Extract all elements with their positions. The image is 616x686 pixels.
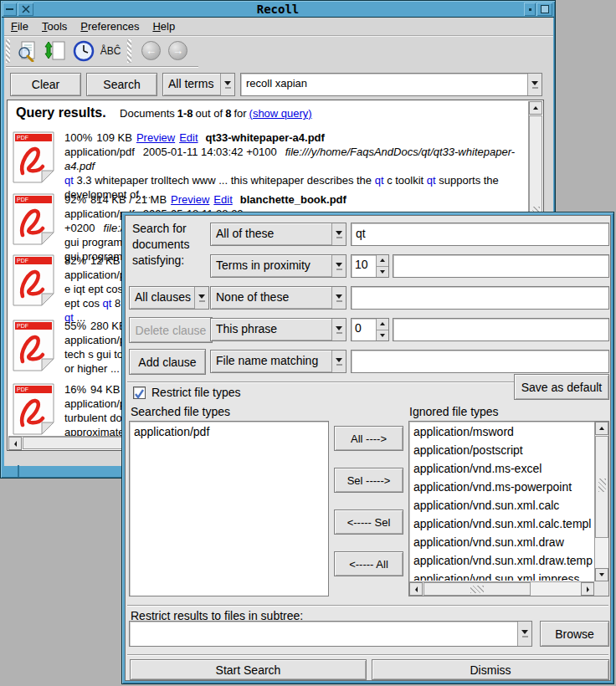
titlebar[interactable]: Recoll (2, 2, 554, 18)
menu-item-help[interactable]: Help (152, 20, 175, 33)
search-mode-combo[interactable]: All terms (162, 73, 235, 96)
history-button[interactable] (71, 38, 96, 64)
add-clause-button[interactable]: Add clause (129, 349, 206, 375)
ignored-filetypes-list[interactable]: application/mswordapplication/postscript… (408, 421, 609, 596)
search-button[interactable]: Search (86, 73, 157, 96)
preview-link[interactable]: Preview (171, 193, 209, 206)
results-count-prefix: Documents (120, 107, 175, 120)
clause-type-combo[interactable]: This phrase (210, 318, 346, 341)
forward-button[interactable]: → (168, 41, 187, 60)
filetype-item[interactable]: application/postscript (410, 441, 593, 459)
filetype-item[interactable]: application/vnd.sun.xml.draw.temp (410, 551, 593, 570)
shade-button[interactable] (524, 3, 536, 16)
filetype-item[interactable]: application/pdf (131, 422, 327, 441)
ignored-items: application/mswordapplication/postscript… (410, 422, 593, 581)
preview-link[interactable]: Preview (136, 131, 175, 144)
show-query-link[interactable]: (show query) (249, 107, 312, 120)
filetype-item[interactable]: application/vnd.ms-powerpoint (410, 478, 593, 496)
spin-up-button[interactable] (377, 255, 388, 267)
advanced-search-dialog: Search for documents satisfying: All cla… (121, 212, 614, 684)
chevron-down-icon (331, 319, 346, 340)
show-preview-button[interactable] (14, 38, 39, 64)
close-button[interactable] (18, 3, 33, 16)
clause-value-input[interactable] (393, 318, 609, 341)
term-explorer-button[interactable]: ÅBĈ (98, 38, 123, 64)
menu-item-tools[interactable]: Tools (42, 20, 67, 33)
spinbox-value: 10 (352, 255, 376, 277)
scroll-left-button[interactable] (409, 582, 423, 596)
svg-text:PDF: PDF (17, 258, 28, 264)
scrollbar-thumb[interactable] (595, 436, 608, 538)
clause-value-input[interactable] (351, 286, 609, 310)
result-relevance: 55% (64, 320, 86, 332)
browse-button[interactable]: Browse (540, 621, 609, 647)
scroll-left-button[interactable] (8, 437, 22, 450)
filetype-item[interactable]: application/msword (410, 422, 593, 441)
back-icon: ← (146, 44, 157, 57)
toolbar-handle[interactable] (127, 39, 131, 63)
sort-document-icon (44, 40, 66, 62)
filetype-item[interactable]: application/vnd.sun.xml.calc.templ (410, 514, 593, 533)
filetype-item[interactable]: application/vnd.sun.xml.calc (410, 496, 593, 514)
move-selected-right-button[interactable]: Sel -----> (334, 468, 403, 493)
result-relevance: 92% (64, 193, 86, 206)
move-selected-left-button[interactable]: <----- Sel (334, 509, 403, 535)
clause-type-combo[interactable]: File name matching (210, 350, 346, 373)
spin-up-button[interactable] (377, 319, 388, 330)
save-as-default-button[interactable]: Save as default (514, 374, 609, 400)
scrollbar-thumb[interactable] (424, 582, 531, 596)
spin-down-button[interactable] (377, 330, 388, 341)
clause-value-input[interactable]: qt (351, 223, 609, 246)
result-relevance: 100% (64, 131, 92, 144)
restrict-filetypes-checkbox[interactable] (133, 387, 146, 399)
clause-type-combo[interactable]: Terms in proximity (210, 254, 346, 278)
edit-link[interactable]: Edit (179, 131, 198, 144)
menu-item-file[interactable]: File (11, 20, 28, 33)
ignored-horizontal-scrollbar[interactable] (409, 581, 594, 596)
divider (127, 654, 608, 656)
filetype-item[interactable]: application/vnd.ms-excel (410, 459, 593, 478)
snippet-segment: qt (427, 174, 436, 187)
ignored-vertical-scrollbar[interactable] (594, 422, 608, 581)
clause-type-combo[interactable]: None of these (210, 286, 346, 310)
spin-down-button[interactable] (377, 267, 388, 278)
move-all-left-button[interactable]: <----- All (334, 551, 403, 576)
clause-value-input[interactable] (393, 254, 609, 278)
searched-filetypes-label: Searched file types (131, 405, 230, 418)
scroll-down-button[interactable] (595, 568, 608, 581)
start-search-button[interactable]: Start Search (130, 659, 367, 680)
pdf-file-icon: PDF (13, 320, 54, 371)
edit-link[interactable]: Edit (213, 193, 232, 206)
result-relevance: 16% (64, 383, 86, 396)
scroll-right-button[interactable] (581, 582, 594, 596)
menu-item-preferences[interactable]: Preferences (80, 20, 139, 33)
filetype-item[interactable]: application/vnd.sun.xml.impress (410, 570, 593, 581)
move-all-right-button[interactable]: All ----> (334, 426, 403, 451)
maximize-button[interactable] (536, 3, 552, 16)
results-count: Documents1-8out of8for(show query) (120, 107, 315, 120)
clear-button[interactable]: Clear (10, 73, 81, 96)
clause-type-value: All of these (211, 223, 331, 245)
result-headline: 100%109 KBPreviewEditqt33-whitepaper-a4.… (64, 131, 528, 145)
filetype-item[interactable]: application/vnd.sun.xml.draw (410, 533, 593, 551)
proximity-spinbox[interactable]: 10 (351, 254, 389, 278)
dismiss-button[interactable]: Dismiss (372, 659, 609, 680)
clause-type-combo[interactable]: All of these (210, 223, 346, 246)
toolbar-handle[interactable] (6, 39, 10, 63)
back-button[interactable]: ← (141, 41, 161, 60)
resize-notch[interactable] (18, 465, 19, 477)
sort-order-button[interactable] (43, 38, 68, 64)
scroll-up-button[interactable] (529, 101, 542, 115)
desktop: Recoll FileToolsPreferencesHelp (0, 0, 616, 686)
clause-conjunction-combo[interactable]: All clauses (129, 286, 209, 310)
proximity-spinbox[interactable]: 0 (351, 318, 389, 341)
subtree-combo[interactable] (129, 621, 532, 647)
checkmark-icon (134, 388, 145, 399)
delete-clause-button[interactable]: Delete clause (129, 317, 213, 343)
query-input[interactable]: recoll xapian (240, 73, 542, 96)
scroll-up-button[interactable] (595, 422, 608, 435)
searched-filetypes-list[interactable]: application/pdf (129, 421, 329, 596)
clause-value-input[interactable] (351, 350, 609, 373)
window-menu-button[interactable] (3, 3, 17, 16)
toolbar-divider (6, 66, 198, 68)
